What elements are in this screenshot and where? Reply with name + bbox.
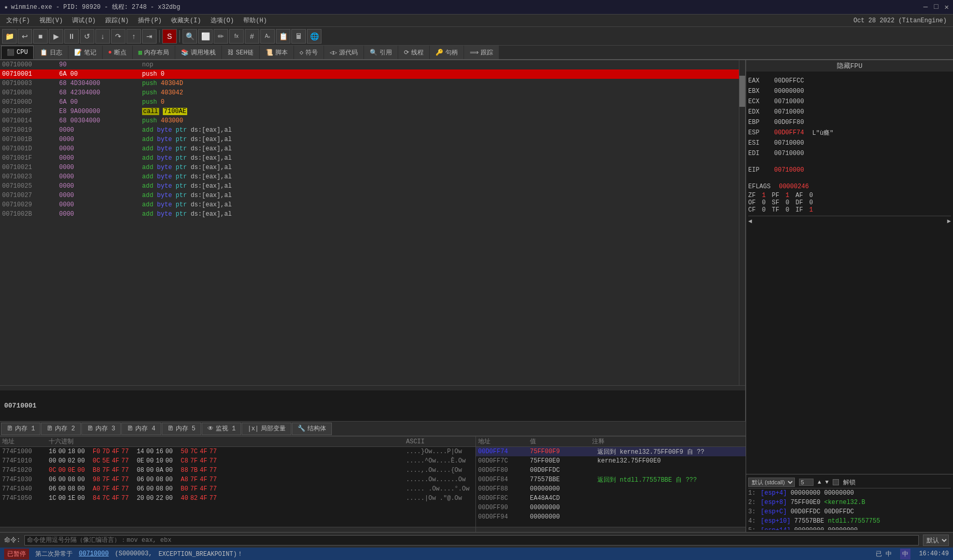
reg-row-ebp[interactable]: EBP 00D0FF80 — [748, 117, 951, 128]
disasm-scrollbar[interactable] — [739, 60, 745, 385]
reg-row-eip[interactable]: EIP 00710000 — [748, 165, 951, 175]
mem-tab-3[interactable]: 🖹 内存 3 — [81, 423, 121, 435]
flag-pf-val[interactable]: 1 — [786, 192, 789, 199]
stack-row-4[interactable]: 5: [esp+14] 00000000 00000000 — [748, 526, 951, 530]
call-stack-count[interactable] — [799, 479, 814, 486]
disasm-row-15[interactable]: 00710029 0000 add byte ptr ds:[eax],al — [0, 200, 739, 209]
mem-row-1[interactable]: 774F1010 00000200 0C5E4F77 0E001000 C87F… — [0, 456, 475, 466]
tab-threads[interactable]: ⟳ 线程 — [398, 46, 429, 59]
disasm-scrollbar-thumb[interactable] — [739, 76, 745, 107]
mem-tab-struct[interactable]: 🔧 结构体 — [292, 423, 332, 435]
reg-row-esp[interactable]: ESP 00D0FF74 L"ù癃" — [748, 128, 951, 138]
toolbar-patch[interactable]: ✏ — [214, 29, 228, 44]
menu-trace[interactable]: 跟踪(N) — [101, 15, 133, 26]
mem-tab-monitor[interactable]: 👁 监视 1 — [202, 423, 241, 435]
stack-addr-row-4[interactable]: 00D0FF88 00000000 — [476, 484, 746, 494]
tab-source[interactable]: ◁▷ 源代码 — [324, 46, 363, 59]
disasm-hscroll[interactable] — [0, 385, 745, 390]
menu-favorites[interactable]: 收藏夹(I) — [167, 15, 205, 26]
stack-addr-row-6[interactable]: 00D0FF90 00000000 — [476, 503, 746, 512]
disasm-row-14[interactable]: 00710027 0000 add byte ptr ds:[eax],al — [0, 191, 739, 200]
command-mode-select[interactable]: 默认 — [923, 535, 949, 546]
reg-scroll-right[interactable]: ▶ — [947, 217, 951, 225]
disasm-row-13[interactable]: 00710025 0000 add byte ptr ds:[eax],al — [0, 181, 739, 191]
disasm-row-0[interactable]: 00710000 90 nop — [0, 60, 739, 69]
mem-row-2[interactable]: 774F1020 0C000E00 B87F4F77 08000A00 887B… — [0, 466, 475, 475]
flag-cf-val[interactable]: 0 — [762, 206, 765, 214]
toolbar-open[interactable]: 📁 — [2, 29, 17, 44]
mem-tab-locals[interactable]: |x| 局部变量 — [242, 423, 291, 435]
tab-script[interactable]: 📜 脚本 — [260, 46, 293, 59]
flag-df-val[interactable]: 0 — [809, 199, 813, 206]
mem-tab-1[interactable]: 🖹 内存 1 — [1, 423, 40, 435]
mem-row-5[interactable]: 774F1050 1C001E00 847C4F77 20002200 4082… — [0, 494, 475, 503]
stack-addr-row-5[interactable]: 00D0FF8C EA48A4CD — [476, 494, 746, 503]
tab-symbols[interactable]: ◇ 符号 — [294, 46, 324, 59]
maximize-button[interactable]: □ — [934, 3, 938, 11]
menu-file[interactable]: 文件(F) — [2, 15, 34, 26]
stack-addr-row-0[interactable]: 00D0FF74 75FF00F9 返回到 kernel32.75FF00F9 … — [476, 447, 746, 456]
reg-row-eax[interactable]: EAX 00D0FFCC — [748, 76, 951, 86]
disasm-row-1[interactable]: 00710001 6A 00 push 0 — [0, 69, 739, 79]
disasm-row-9[interactable]: 0071001D 0000 add byte ptr ds:[eax],al — [0, 144, 739, 153]
stack-addr-row-1[interactable]: 00D0FF7C 75FF00E0 kernel32.75FF00E0 — [476, 456, 746, 466]
menu-plugin[interactable]: 插件(P) — [134, 15, 166, 26]
tab-notes[interactable]: 📝 笔记 — [68, 46, 102, 59]
mem-row-4[interactable]: 774F1040 06000800 A07F4F77 06000800 B07F… — [0, 484, 475, 494]
mem-tab-2[interactable]: 🖹 内存 2 — [41, 423, 80, 435]
mem-row-3[interactable]: 774F1030 06000800 987F4F77 06000800 A87F… — [0, 475, 475, 484]
toolbar-hash[interactable]: # — [245, 29, 259, 44]
menu-options[interactable]: 选项(O) — [206, 15, 239, 26]
toolbar-calc2[interactable]: 🖩 — [291, 29, 306, 44]
mem-row-0[interactable]: 774F1000 16001800 F07D4F77 14001600 507C… — [0, 447, 475, 456]
disasm-row-5[interactable]: 0071000F E8 9A000000 call 7100AE — [0, 107, 739, 116]
tab-call-stack[interactable]: 📚 调用堆栈 — [175, 46, 221, 59]
disasm-row-4[interactable]: 0071000D 6A 00 push 0 — [0, 97, 739, 107]
disasm-row-8[interactable]: 0071001B 0000 add byte ptr ds:[eax],al — [0, 135, 739, 144]
minimize-button[interactable]: — — [923, 3, 928, 11]
call-convention-select[interactable]: 默认 (stdcall) — [748, 478, 795, 487]
tab-handles[interactable]: 🔑 句柄 — [430, 46, 464, 59]
toolbar-pause[interactable]: ⏸ — [64, 29, 79, 44]
tab-breakpoints[interactable]: ● 断点 — [103, 46, 132, 59]
disasm-row-6[interactable]: 00710014 68 00304000 push 403000 — [0, 116, 739, 125]
toolbar-undo[interactable]: ↩ — [18, 29, 32, 44]
toolbar-step-over[interactable]: ↷ — [111, 29, 125, 44]
tab-trace[interactable]: ⟹ 跟踪 — [464, 46, 499, 59]
reg-row-esi[interactable]: ESI 00710000 — [748, 138, 951, 148]
flag-af-val[interactable]: 0 — [809, 192, 813, 199]
stack-addr-row-7[interactable]: 00D0FF94 00000000 — [476, 512, 746, 522]
toolbar-memory[interactable]: ⬜ — [198, 29, 213, 44]
disasm-row-3[interactable]: 00710008 68 42304000 push 403042 — [0, 88, 739, 97]
toolbar-fontsize[interactable]: Aₐ — [260, 29, 275, 44]
flag-if-val[interactable]: 1 — [809, 206, 813, 214]
command-input[interactable] — [24, 535, 919, 545]
down-arrow-icon[interactable]: ▼ — [825, 479, 829, 485]
disasm-row-2[interactable]: 00710003 68 4D304000 push 40304D — [0, 79, 739, 88]
stack-row-1[interactable]: 2: [esp+8] 75FF00E0 <kernel32.B — [748, 498, 951, 507]
reg-row-edx[interactable]: EDX 00710000 — [748, 107, 951, 117]
mem-tab-5[interactable]: 🖹 内存 5 — [162, 423, 201, 435]
tab-seh[interactable]: ⛓ SEH链 — [222, 46, 259, 59]
flag-tf-val[interactable]: 0 — [786, 206, 789, 214]
reg-row-edi[interactable]: EDI 00710000 — [748, 148, 951, 159]
status-addr[interactable]: 00710000 — [79, 550, 109, 557]
toolbar-run-to[interactable]: ⇥ — [142, 29, 157, 44]
menu-debug[interactable]: 调试(D) — [68, 15, 100, 26]
stack-addr-row-3[interactable]: 00D0FF84 77557BBE 返回到 ntdll.77557BBE 自 ?… — [476, 475, 746, 484]
stack-row-2[interactable]: 3: [esp+C] 00D0FFDC 00D0FFDC — [748, 507, 951, 516]
flag-zf-val[interactable]: 1 — [762, 192, 765, 199]
toolbar-step-into[interactable]: ↓ — [95, 29, 110, 44]
menu-view[interactable]: 视图(V) — [35, 15, 67, 26]
reg-row-ebx[interactable]: EBX 00000000 — [748, 86, 951, 96]
toolbar-stop[interactable]: ■ — [33, 29, 48, 44]
toolbar-web[interactable]: 🌐 — [307, 29, 321, 44]
toolbar-calc[interactable]: fx — [229, 29, 244, 44]
disasm-row-10[interactable]: 0071001F 0000 add byte ptr ds:[eax],al — [0, 153, 739, 163]
flag-sf-val[interactable]: 0 — [786, 199, 789, 206]
unlock-checkbox[interactable] — [833, 479, 839, 485]
toolbar-run[interactable]: ▶ — [49, 29, 63, 44]
disasm-row-11[interactable]: 00710021 0000 add byte ptr ds:[eax],al — [0, 163, 739, 172]
stack-hscroll[interactable] — [476, 527, 746, 532]
toolbar-mem2[interactable]: 📋 — [276, 29, 290, 44]
